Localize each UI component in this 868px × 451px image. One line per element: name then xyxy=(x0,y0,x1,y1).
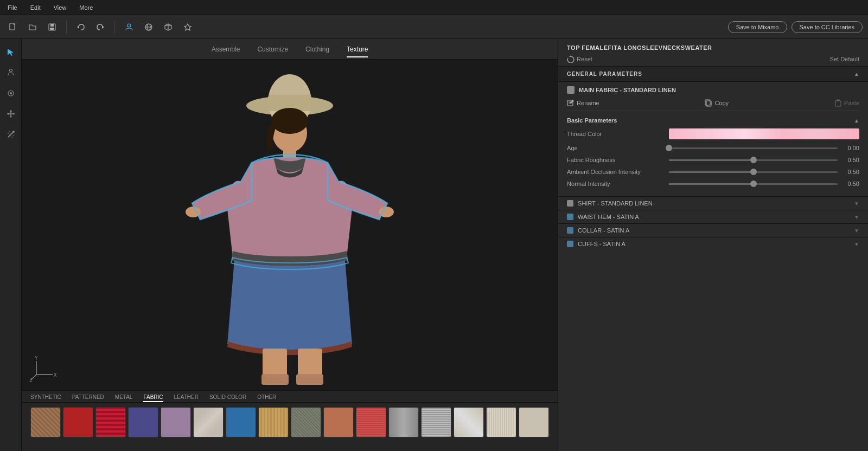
normal-intensity-control xyxy=(669,183,838,185)
set-default-label: Set Default xyxy=(830,56,859,62)
material-swatch-8[interactable] xyxy=(291,407,321,437)
sidebar-move-icon[interactable] xyxy=(2,105,20,123)
material-swatch-13[interactable] xyxy=(454,407,484,437)
menu-more[interactable]: More xyxy=(77,3,95,12)
waist-hem-material-name: WAIST HEM - SATIN A xyxy=(578,214,639,220)
material-swatch-4[interactable] xyxy=(161,407,191,437)
toolbar: Save to Mixamo Save to CC Libraries xyxy=(0,15,868,39)
thread-color-row: Thread Color xyxy=(567,126,859,142)
svg-point-16 xyxy=(10,92,12,94)
mat-tab-fabric[interactable]: FABRIC xyxy=(143,394,163,402)
panel-header: TOP FEMALEFITA LONGSLEEVNECKSWEATER Rese… xyxy=(558,39,868,67)
svg-text:Z: Z xyxy=(29,377,33,383)
rename-button[interactable]: Rename xyxy=(567,99,599,107)
menu-view[interactable]: View xyxy=(52,3,69,12)
cuffs-material-name: CUFFS - SATIN A xyxy=(578,241,626,247)
age-slider[interactable] xyxy=(669,147,838,149)
material-swatches xyxy=(22,403,558,442)
menu-file[interactable]: File xyxy=(5,3,20,12)
save-button[interactable] xyxy=(44,20,60,35)
svg-point-6 xyxy=(127,24,131,27)
character-svg xyxy=(143,62,436,388)
left-sidebar xyxy=(0,39,22,451)
menu-edit[interactable]: Edit xyxy=(28,3,43,12)
sidebar-body-icon[interactable] xyxy=(2,64,20,81)
general-params-title: GENERAL PARAMETERS xyxy=(567,71,642,77)
normal-intensity-slider[interactable] xyxy=(669,183,838,185)
props-button[interactable] xyxy=(161,20,176,35)
tab-assemble[interactable]: Assemble xyxy=(212,43,240,55)
mat-tab-synthetic[interactable]: SYNTHETIC xyxy=(30,394,61,402)
panel-actions: Reset Set Default xyxy=(567,55,859,63)
material-swatch-15[interactable] xyxy=(519,407,549,437)
shirt-material-left: SHIRT - STANDARD LINEN xyxy=(567,200,653,207)
fabric-roughness-row: Fabric Roughness 0.50 xyxy=(567,154,859,166)
undo-button[interactable] xyxy=(73,20,88,35)
viewport: Assemble Customize Clothing Texture xyxy=(22,39,558,451)
fabric-color-swatch xyxy=(567,86,575,94)
svg-rect-54 xyxy=(835,101,841,106)
material-swatch-2[interactable] xyxy=(95,407,126,437)
thread-color-picker[interactable] xyxy=(669,128,859,139)
material-swatch-5[interactable] xyxy=(193,407,224,437)
open-button[interactable] xyxy=(25,20,40,35)
collar-material-row[interactable]: COLLAR - SATIN A ▼ xyxy=(558,223,868,237)
world-button[interactable] xyxy=(141,20,156,35)
svg-rect-39 xyxy=(261,374,289,385)
character-button[interactable] xyxy=(122,20,137,35)
set-default-button[interactable]: Set Default xyxy=(830,56,859,62)
mat-tab-metal[interactable]: METAL xyxy=(115,394,133,402)
sidebar-shapes-icon[interactable] xyxy=(2,85,20,102)
general-params-header[interactable]: GENERAL PARAMETERS ▲ xyxy=(558,67,868,81)
general-params-chevron: ▲ xyxy=(854,71,859,77)
material-swatch-7[interactable] xyxy=(258,407,289,437)
basic-params-header[interactable]: Basic Parameters ▲ xyxy=(567,115,859,126)
waist-hem-color-swatch xyxy=(567,214,573,220)
fabric-name: MAIN FABRIC - STANDARD LINEN xyxy=(579,87,676,93)
svg-rect-55 xyxy=(837,100,839,101)
paste-button[interactable]: Paste xyxy=(834,99,859,107)
mat-tab-other[interactable]: OTHER xyxy=(257,394,276,402)
fabric-roughness-slider[interactable] xyxy=(669,159,838,161)
mat-tab-leather[interactable]: LEATHER xyxy=(174,394,199,402)
save-to-cc-button[interactable]: Save to CC Libraries xyxy=(792,21,863,33)
ao-intensity-slider[interactable] xyxy=(669,171,838,173)
svg-point-14 xyxy=(9,69,12,72)
material-swatch-3[interactable] xyxy=(128,407,158,437)
material-swatch-6[interactable] xyxy=(226,407,256,437)
mat-tab-solid-color[interactable]: SOLID COLOR xyxy=(209,394,246,402)
mat-tab-patterned[interactable]: PATTERNED xyxy=(72,394,104,402)
material-swatch-11[interactable] xyxy=(388,407,419,437)
copy-label: Copy xyxy=(714,100,729,106)
rename-label: Rename xyxy=(577,100,599,106)
material-swatch-14[interactable] xyxy=(486,407,516,437)
material-swatch-0[interactable] xyxy=(30,407,61,437)
sidebar-wand-icon[interactable] xyxy=(2,126,20,143)
collar-chevron: ▼ xyxy=(854,228,859,234)
save-to-mixamo-button[interactable]: Save to Mixamo xyxy=(728,21,787,33)
tab-texture[interactable]: Texture xyxy=(347,43,368,55)
fabric-roughness-label: Fabric Roughness xyxy=(567,157,665,163)
main-area: Assemble Customize Clothing Texture xyxy=(0,39,868,451)
normal-intensity-value: 0.50 xyxy=(842,181,859,187)
tab-customize[interactable]: Customize xyxy=(257,43,288,55)
sidebar-select-icon[interactable] xyxy=(2,43,20,61)
age-control xyxy=(669,147,838,149)
material-tabs: SYNTHETIC PATTERNED METAL FABRIC LEATHER… xyxy=(22,391,558,403)
copy-button[interactable]: Copy xyxy=(705,99,729,107)
shirt-material-row[interactable]: SHIRT - STANDARD LINEN ▼ xyxy=(558,196,868,210)
ao-intensity-value: 0.50 xyxy=(842,169,859,175)
cuffs-material-row[interactable]: CUFFS - SATIN A ▼ xyxy=(558,237,868,250)
material-swatch-9[interactable] xyxy=(323,407,354,437)
favorites-button[interactable] xyxy=(180,20,195,35)
material-swatch-1[interactable] xyxy=(63,407,93,437)
redo-button[interactable] xyxy=(93,20,108,35)
new-button[interactable] xyxy=(5,20,21,35)
material-swatch-12[interactable] xyxy=(421,407,451,437)
tab-clothing[interactable]: Clothing xyxy=(305,43,329,55)
reset-button[interactable]: Reset xyxy=(567,55,592,63)
material-swatch-10[interactable] xyxy=(356,407,386,437)
material-browser: SYNTHETIC PATTERNED METAL FABRIC LEATHER… xyxy=(22,390,558,451)
fabric-actions: Rename Copy Paste xyxy=(567,96,859,111)
waist-hem-material-row[interactable]: WAIST HEM - SATIN A ▼ xyxy=(558,210,868,223)
